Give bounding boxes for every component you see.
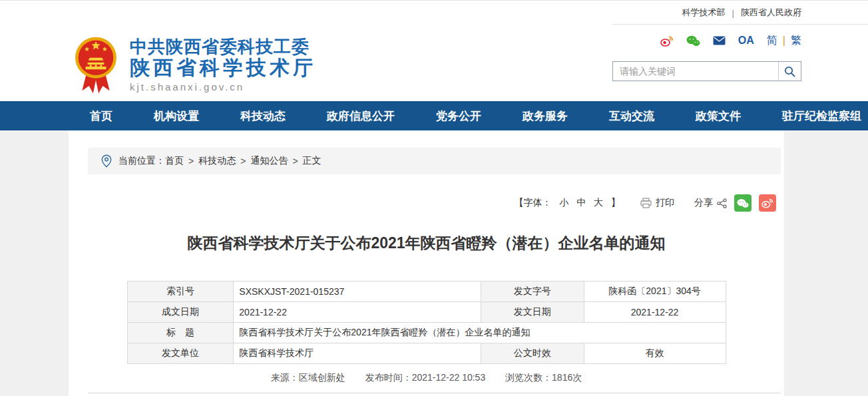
breadcrumb-separator: > bbox=[240, 156, 246, 166]
search-icon bbox=[784, 66, 795, 77]
wechat-share-button[interactable] bbox=[734, 194, 752, 212]
wechat-share-icon bbox=[737, 198, 749, 208]
national-emblem-logo bbox=[74, 33, 118, 97]
lang-separator: | bbox=[783, 35, 785, 47]
weibo-icon[interactable] bbox=[660, 35, 674, 47]
breadcrumb-current: 正文 bbox=[303, 155, 322, 167]
quick-icons-row: OA 简 | 繁 bbox=[612, 33, 801, 49]
publish-label: 发布时间： bbox=[365, 372, 412, 383]
top-links-bar: 科学技术部 | 陕西省人民政府 bbox=[0, 0, 868, 25]
weibo-share-icon bbox=[761, 198, 773, 208]
site-url: kjt.shaanxi.gov.cn bbox=[130, 81, 316, 93]
date-issued-value: 2021-12-22 bbox=[584, 302, 726, 323]
font-size-medium-button[interactable]: 中 bbox=[576, 197, 586, 208]
site-header: 中共陕西省委科技工委 陕西省科学技术厅 kjt.shaanxi.gov.cn bbox=[0, 25, 868, 101]
date-written-label: 成文日期 bbox=[127, 302, 234, 323]
validity-value: 有效 bbox=[584, 343, 726, 364]
wechat-icon[interactable] bbox=[686, 35, 700, 47]
date-issued-label: 发文日期 bbox=[481, 302, 584, 323]
nav-item-tech-news[interactable]: 科技动态 bbox=[220, 108, 306, 124]
topbar-divider bbox=[612, 24, 868, 25]
breadcrumb-separator: > bbox=[292, 156, 298, 166]
meta-views: 浏览次数：1816次 bbox=[505, 372, 582, 383]
weibo-share-button[interactable] bbox=[759, 194, 776, 212]
nav-item-party-affairs[interactable]: 党务公开 bbox=[415, 108, 502, 124]
issuer-label: 发文单位 bbox=[127, 343, 234, 364]
meta-source: 来源：区域创新处 bbox=[271, 372, 345, 383]
article-meta: 来源：区域创新处 发布时间：2021-12-22 10:53 浏览次数：1816… bbox=[69, 372, 784, 384]
source-label: 来源： bbox=[271, 372, 299, 383]
source-value: 区域创新处 bbox=[299, 372, 345, 383]
content-wrapper: 当前位置： 首页 > 科技动态 > 通知公告 > 正文 【字体： 小 中 大 】 bbox=[69, 130, 784, 396]
views-value: 1816次 bbox=[552, 372, 582, 383]
nav-item-policy-docs[interactable]: 政策文件 bbox=[675, 108, 761, 124]
index-number-value: SXSKXJST-2021-015237 bbox=[234, 282, 481, 302]
print-label: 打印 bbox=[656, 197, 674, 209]
link-most[interactable]: 科学技术部 bbox=[682, 7, 726, 19]
article-title: 陕西省科学技术厅关于公布2021年陕西省瞪羚（潜在）企业名单的通知 bbox=[69, 233, 784, 253]
nav-item-home[interactable]: 首页 bbox=[69, 108, 133, 124]
org-name-line2: 陕西省科学技术厅 bbox=[130, 57, 316, 79]
location-pin-icon bbox=[101, 154, 112, 168]
breadcrumb-separator: > bbox=[188, 156, 194, 166]
font-size-label-close: 】 bbox=[611, 197, 620, 208]
breadcrumb-tech-news[interactable]: 科技动态 bbox=[198, 155, 236, 167]
breadcrumb-notices[interactable]: 通知公告 bbox=[250, 155, 288, 167]
font-size-large-button[interactable]: 大 bbox=[594, 197, 603, 208]
mail-icon[interactable] bbox=[713, 36, 726, 45]
search-input[interactable] bbox=[613, 62, 778, 81]
share-label: 分享 bbox=[694, 197, 713, 209]
table-row: 发文单位 陕西省科学技术厅 公文时效 有效 bbox=[127, 343, 726, 364]
document-info-table: 索引号 SXSKXJST-2021-015237 发文字号 陕科函〔2021〕3… bbox=[127, 281, 726, 364]
search-button[interactable] bbox=[778, 62, 801, 81]
oa-link[interactable]: OA bbox=[738, 35, 754, 47]
issuer-value: 陕西省科学技术厅 bbox=[234, 343, 481, 364]
publish-value: 2021-12-22 10:53 bbox=[412, 372, 486, 383]
lang-simplified[interactable]: 简 bbox=[767, 34, 777, 48]
table-row: 索引号 SXSKXJST-2021-015237 发文字号 陕科函〔2021〕3… bbox=[127, 282, 726, 302]
table-row: 标 题 陕西省科学技术厅关于公布2021年陕西省瞪羚（潜在）企业名单的通知 bbox=[127, 323, 726, 343]
nav-item-org[interactable]: 机构设置 bbox=[133, 108, 220, 124]
language-toggle: 简 | 繁 bbox=[767, 34, 801, 48]
date-written-value: 2021-12-22 bbox=[234, 302, 481, 323]
link-provincial-gov[interactable]: 陕西省人民政府 bbox=[741, 7, 801, 19]
nav-item-discipline[interactable]: 驻厅纪检监察组 bbox=[761, 108, 868, 124]
brand: 中共陕西省委科技工委 陕西省科学技术厅 kjt.shaanxi.gov.cn bbox=[69, 25, 316, 101]
nav-item-gov-services[interactable]: 政务服务 bbox=[502, 108, 588, 124]
validity-label: 公文时效 bbox=[481, 343, 584, 364]
font-size-control: 【字体： 小 中 大 】 bbox=[511, 197, 623, 209]
main-nav: 首页 机构设置 科技动态 政府信息公开 党务公开 政务服务 互动交流 政策文件 … bbox=[0, 101, 868, 130]
meta-publish-time: 发布时间：2021-12-22 10:53 bbox=[365, 372, 486, 383]
share-group: 分享 bbox=[694, 194, 776, 212]
page-background: 当前位置： 首页 > 科技动态 > 通知公告 > 正文 【字体： 小 中 大 】 bbox=[0, 130, 868, 396]
nav-item-gov-info[interactable]: 政府信息公开 bbox=[306, 108, 415, 124]
org-name-line1: 中共陕西省委科技工委 bbox=[130, 37, 316, 57]
breadcrumb-prefix: 当前位置： bbox=[118, 155, 165, 167]
breadcrumb-home[interactable]: 首页 bbox=[165, 155, 184, 167]
doc-number-value: 陕科函〔2021〕304号 bbox=[584, 282, 726, 302]
printer-icon bbox=[640, 198, 652, 208]
views-label: 浏览次数： bbox=[505, 372, 552, 383]
print-button[interactable]: 打印 bbox=[640, 197, 674, 209]
content-divider bbox=[88, 393, 781, 393]
index-number-label: 索引号 bbox=[127, 282, 234, 302]
table-row: 成文日期 2021-12-22 发文日期 2021-12-22 bbox=[127, 302, 726, 323]
article-toolbar: 【字体： 小 中 大 】 打印 分享 bbox=[69, 194, 784, 212]
breadcrumb: 当前位置： 首页 > 科技动态 > 通知公告 > 正文 bbox=[88, 148, 781, 174]
lang-traditional[interactable]: 繁 bbox=[791, 34, 801, 48]
topbar-separator: | bbox=[732, 8, 734, 18]
search-box bbox=[612, 61, 801, 81]
font-size-label: 【字体： bbox=[514, 197, 551, 208]
nav-item-interaction[interactable]: 互动交流 bbox=[588, 108, 675, 124]
font-size-small-button[interactable]: 小 bbox=[559, 197, 568, 208]
share-nodes-icon[interactable] bbox=[717, 198, 727, 208]
doc-number-label: 发文字号 bbox=[481, 282, 584, 302]
doc-title-label: 标 题 bbox=[127, 323, 234, 343]
doc-title-value: 陕西省科学技术厅关于公布2021年陕西省瞪羚（潜在）企业名单的通知 bbox=[234, 323, 726, 343]
